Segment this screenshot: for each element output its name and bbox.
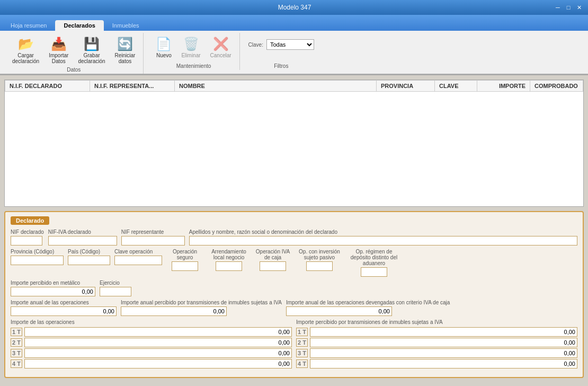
operacion-iva-caja-label: Operación IVA de caja bbox=[254, 249, 291, 260]
op-regimen-input[interactable] bbox=[361, 267, 387, 277]
ribbon-inner: 📂 Cargar declaración 📥 Importar Datos 💾 … bbox=[0, 31, 588, 74]
clave-filter-row: Clave: Todas A B C D E bbox=[248, 39, 314, 50]
title-bar-title: Modelo 347 bbox=[36, 4, 553, 11]
q4-operaciones-input[interactable] bbox=[24, 359, 292, 369]
ribbon-group-datos: 📂 Cargar declaración 📥 Importar Datos 💾 … bbox=[4, 33, 144, 74]
nuevo-icon: 📄 bbox=[156, 37, 172, 51]
importe-anual-percibido-input[interactable] bbox=[121, 306, 227, 316]
q2-operaciones-input[interactable] bbox=[24, 338, 292, 347]
form-row-4: Importe anual de las operaciones Importe… bbox=[11, 300, 577, 316]
provincia-codigo-input[interactable] bbox=[11, 256, 64, 265]
filtros-group-label: Filtros bbox=[274, 63, 288, 70]
title-bar-controls: ─ □ ✕ bbox=[553, 3, 584, 12]
title-bar: Modelo 347 ─ □ ✕ bbox=[0, 0, 588, 15]
cancelar-icon: ❌ bbox=[213, 37, 229, 51]
cancelar-button[interactable]: ❌ Cancelar bbox=[207, 34, 235, 61]
ribbon-mantenimiento-buttons: 📄 Nuevo 🗑️ Eliminar ❌ Cancelar bbox=[152, 34, 235, 61]
q4-operaciones-label: 4 T bbox=[11, 359, 22, 368]
importe-anual-devengadas-input[interactable] bbox=[286, 306, 392, 316]
form-row-2: Provincia (Código) País (Código) Clave o… bbox=[11, 249, 577, 277]
pais-codigo-input[interactable] bbox=[68, 256, 110, 265]
col-clave: CLAVE bbox=[435, 81, 477, 92]
reiniciar-datos-button[interactable]: 🔄 Reiniciar datos bbox=[111, 34, 139, 67]
maximize-button[interactable]: □ bbox=[564, 3, 573, 12]
q4-transmisiones-label: 4 T bbox=[296, 359, 308, 368]
tab-bar: Hoja resumen Declarados Inmuebles bbox=[0, 15, 588, 31]
clave-operacion-label: Clave operación bbox=[114, 249, 162, 255]
importe-anual-operaciones-field: Importe anual de las operaciones bbox=[11, 300, 117, 316]
form-row-1: NIF declarado NIF-IVA declarado NIF repr… bbox=[11, 229, 577, 245]
apellidos-nombre-input[interactable] bbox=[189, 236, 577, 245]
clave-select[interactable]: Todas A B C D E bbox=[266, 39, 314, 50]
nif-declarado-field: NIF declarado bbox=[11, 229, 44, 245]
minimize-button[interactable]: ─ bbox=[553, 3, 563, 12]
q2-operaciones-label: 2 T bbox=[11, 338, 22, 347]
clave-operacion-input[interactable] bbox=[114, 256, 162, 265]
importe-metalico-label: Importe percibido en metálico bbox=[11, 280, 95, 286]
ejercicio-label: Ejercicio bbox=[100, 280, 131, 286]
q1-transmisiones-input[interactable] bbox=[310, 327, 577, 337]
nif-representante-input[interactable] bbox=[121, 236, 185, 245]
q2-transmisiones-input[interactable] bbox=[310, 338, 577, 347]
q1-operaciones-label: 1 T bbox=[11, 328, 22, 336]
provincia-codigo-label: Provincia (Código) bbox=[11, 249, 64, 255]
ejercicio-input[interactable] bbox=[100, 287, 131, 296]
nif-representante-label: NIF representante bbox=[121, 229, 185, 235]
pais-codigo-field: País (Código) bbox=[68, 249, 110, 265]
arrendamiento-label: Arrendamiento local negocio bbox=[208, 249, 250, 260]
importe-anual-operaciones-input[interactable] bbox=[11, 306, 117, 316]
declarado-form: Declarado NIF declarado NIF-IVA declarad… bbox=[4, 211, 584, 378]
apellidos-nombre-label: Apellidos y nombre, razón social o denom… bbox=[189, 229, 577, 235]
q3-transmisiones-input[interactable] bbox=[310, 348, 577, 358]
importe-anual-percibido-label: Importe anual percibido por transmisione… bbox=[121, 300, 282, 305]
apellidos-nombre-field: Apellidos y nombre, razón social o denom… bbox=[189, 229, 577, 245]
ribbon-group-mantenimiento: 📄 Nuevo 🗑️ Eliminar ❌ Cancelar Mantenimi… bbox=[148, 33, 239, 70]
q4-transmisiones-input[interactable] bbox=[310, 359, 577, 369]
quarterly-transmisiones: Importe percibido por transmisiones de i… bbox=[296, 319, 577, 370]
op-inversion-input[interactable] bbox=[306, 261, 333, 271]
arrendamiento-input[interactable] bbox=[216, 261, 242, 271]
form-section-title: Declarado bbox=[11, 216, 49, 225]
close-button[interactable]: ✕ bbox=[574, 3, 584, 12]
nif-iva-declarado-input[interactable] bbox=[48, 236, 117, 245]
data-table-section: N.I.F. DECLARADO N.I.F. REPRESENTA... NO… bbox=[4, 80, 584, 207]
operacion-seguro-input[interactable] bbox=[172, 261, 198, 271]
operacion-iva-caja-input[interactable] bbox=[260, 261, 286, 271]
cargar-icon: 📂 bbox=[18, 37, 34, 51]
form-row-5: Importe de las operaciones 1 T 2 T 3 T 4… bbox=[11, 319, 577, 370]
op-inversion-field: Op. con inversión sujeto pasivo bbox=[296, 249, 343, 271]
col-nif-representante: N.I.F. REPRESENTA... bbox=[90, 81, 175, 92]
col-importe: IMPORTE bbox=[477, 81, 530, 92]
col-provincia: PROVINCIA bbox=[377, 81, 435, 92]
q1-operaciones-input[interactable] bbox=[24, 327, 292, 337]
tab-declarados[interactable]: Declarados bbox=[55, 20, 103, 31]
ribbon-datos-buttons: 📂 Cargar declaración 📥 Importar Datos 💾 … bbox=[8, 34, 139, 67]
provincia-codigo-field: Provincia (Código) bbox=[11, 249, 64, 265]
q2-transmisiones-label: 2 T bbox=[296, 338, 308, 347]
tab-hoja-resumen[interactable]: Hoja resumen bbox=[2, 20, 55, 31]
content-wrapper: N.I.F. DECLARADO N.I.F. REPRESENTA... NO… bbox=[0, 75, 588, 386]
quarterly-operaciones: Importe de las operaciones 1 T 2 T 3 T 4… bbox=[11, 319, 292, 370]
ejercicio-field: Ejercicio bbox=[100, 280, 131, 296]
nuevo-button[interactable]: 📄 Nuevo bbox=[152, 34, 175, 61]
col-nombre: NOMBRE bbox=[175, 81, 377, 92]
importe-metalico-input[interactable] bbox=[11, 287, 95, 296]
operacion-seguro-label: Operación seguro bbox=[166, 249, 203, 260]
datos-group-label: Datos bbox=[67, 67, 81, 74]
importar-datos-button[interactable]: 📥 Importar Datos bbox=[45, 34, 72, 67]
cargar-declaracion-button[interactable]: 📂 Cargar declaración bbox=[8, 34, 43, 67]
importe-anual-percibido-field: Importe anual percibido por transmisione… bbox=[121, 300, 282, 316]
importar-icon: 📥 bbox=[51, 37, 67, 51]
op-regimen-label: Op. régimen de depósito distinto del adu… bbox=[348, 249, 400, 266]
grabar-icon: 💾 bbox=[84, 37, 100, 51]
eliminar-button[interactable]: 🗑️ Eliminar bbox=[177, 34, 204, 61]
importe-anual-operaciones-label: Importe anual de las operaciones bbox=[11, 300, 117, 305]
nif-declarado-input[interactable] bbox=[11, 236, 42, 245]
operacion-iva-caja-field: Operación IVA de caja bbox=[254, 249, 291, 271]
q3-operaciones-input[interactable] bbox=[24, 348, 292, 358]
tab-inmuebles[interactable]: Inmuebles bbox=[104, 20, 148, 31]
q3-transmisiones-label: 3 T bbox=[296, 349, 308, 357]
ribbon: 📂 Cargar declaración 📥 Importar Datos 💾 … bbox=[0, 31, 588, 75]
grabar-declaracion-button[interactable]: 💾 Grabar declaración bbox=[74, 34, 109, 67]
col-nif-declarado: N.I.F. DECLARADO bbox=[5, 81, 90, 92]
